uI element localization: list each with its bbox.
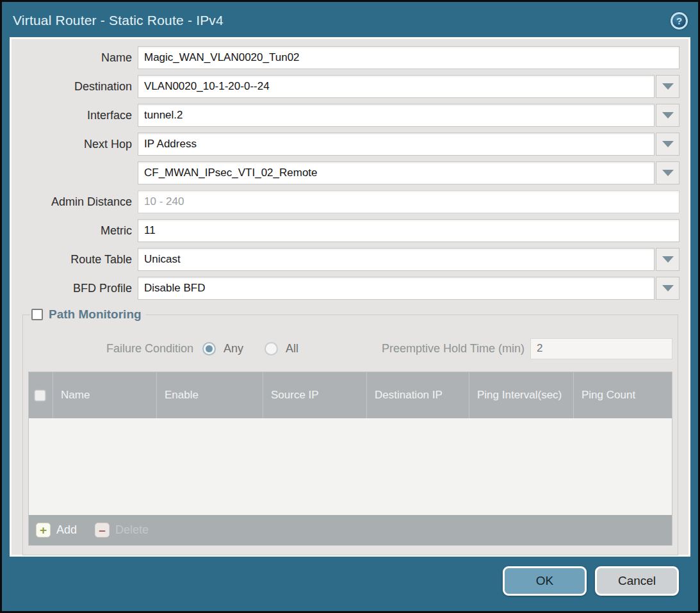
path-monitoring-checkbox[interactable] — [31, 309, 43, 320]
minus-icon: – — [95, 523, 110, 537]
metric-row: Metric — [12, 219, 688, 242]
table-body-empty — [29, 418, 672, 515]
bfd-profile-row: BFD Profile — [12, 277, 688, 300]
delete-button[interactable]: – Delete — [95, 523, 149, 537]
chevron-down-icon — [662, 83, 674, 90]
chevron-down-icon — [662, 256, 674, 263]
dialog-body: Name Destination Interface — [10, 37, 690, 557]
admin-distance-input[interactable] — [138, 190, 680, 213]
column-header-ping-count: Ping Count — [573, 372, 672, 418]
failure-condition-label: Failure Condition — [106, 342, 193, 356]
path-monitoring-section: Path Monitoring Failure Condition Any Al… — [22, 307, 678, 555]
ok-button[interactable]: OK — [503, 566, 587, 596]
table-toolbar: + Add – Delete — [29, 515, 672, 545]
next-hop-type-dropdown-button[interactable] — [656, 133, 680, 156]
bfd-profile-dropdown-button[interactable] — [656, 277, 680, 300]
preemptive-hold-time-input[interactable] — [530, 338, 672, 359]
plus-icon: + — [36, 523, 51, 537]
path-monitoring-title: Path Monitoring — [49, 307, 142, 322]
route-table-row: Route Table — [12, 248, 688, 271]
bfd-profile-label: BFD Profile — [12, 282, 138, 295]
dialog-titlebar: Virtual Router - Static Route - IPv4 ? — [2, 2, 698, 35]
failure-condition-row: Failure Condition Any All Preemptive Hol… — [28, 336, 672, 361]
dialog-title: Virtual Router - Static Route - IPv4 — [13, 13, 224, 28]
failure-condition-any-radio[interactable]: Any — [202, 342, 243, 356]
virtual-router-static-route-dialog: Virtual Router - Static Route - IPv4 ? N… — [0, 0, 700, 613]
admin-distance-label: Admin Distance — [12, 195, 138, 209]
next-hop-address-input[interactable] — [138, 161, 655, 184]
column-header-destination-ip: Destination IP — [366, 372, 469, 418]
next-hop-row: Next Hop — [12, 133, 688, 156]
route-table-label: Route Table — [12, 253, 138, 266]
select-all-checkbox[interactable] — [35, 390, 45, 401]
dialog-footer: OK Cancel — [2, 557, 698, 611]
add-button[interactable]: + Add — [36, 523, 77, 537]
destination-label: Destination — [12, 80, 138, 94]
name-input[interactable] — [138, 46, 680, 69]
preemptive-hold-time-group: Preemptive Hold Time (min) — [382, 338, 672, 359]
delete-button-label: Delete — [115, 523, 149, 537]
column-header-source-ip: Source IP — [263, 372, 366, 418]
route-table-input[interactable] — [138, 248, 655, 271]
chevron-down-icon — [662, 285, 674, 291]
name-row: Name — [12, 46, 688, 69]
failure-condition-all-radio[interactable]: All — [265, 342, 298, 356]
chevron-down-icon — [662, 170, 674, 176]
column-header-ping-interval: Ping Interval(sec) — [469, 372, 573, 418]
interface-dropdown-button[interactable] — [656, 104, 680, 127]
bfd-profile-input[interactable] — [138, 277, 655, 300]
select-all-header-cell — [29, 372, 53, 418]
interface-input[interactable] — [138, 104, 655, 127]
column-header-enable: Enable — [156, 372, 263, 418]
name-label: Name — [12, 51, 138, 65]
destination-dropdown-button[interactable] — [656, 75, 680, 98]
interface-row: Interface — [12, 104, 688, 127]
static-route-form: Name Destination Interface — [12, 46, 688, 300]
metric-input[interactable] — [138, 219, 680, 242]
destination-row: Destination — [12, 75, 688, 98]
cancel-button[interactable]: Cancel — [595, 566, 679, 596]
chevron-down-icon — [662, 112, 674, 119]
next-hop-address-dropdown-button[interactable] — [656, 161, 680, 184]
interface-label: Interface — [12, 109, 138, 122]
preemptive-hold-time-label: Preemptive Hold Time (min) — [382, 342, 525, 356]
radio-all-label: All — [286, 342, 298, 356]
help-icon[interactable]: ? — [671, 12, 688, 29]
column-header-name: Name — [53, 372, 156, 418]
metric-label: Metric — [12, 224, 138, 238]
admin-distance-row: Admin Distance — [12, 190, 688, 213]
destination-input[interactable] — [138, 75, 655, 98]
next-hop-address-row — [12, 161, 688, 184]
table-header: Name Enable Source IP Destination IP Pin… — [29, 372, 672, 418]
chevron-down-icon — [662, 141, 674, 147]
next-hop-label: Next Hop — [12, 138, 138, 151]
route-table-dropdown-button[interactable] — [656, 248, 680, 271]
path-monitoring-table: Name Enable Source IP Destination IP Pin… — [28, 372, 672, 546]
radio-unselected-icon — [265, 342, 278, 356]
next-hop-type-input[interactable] — [138, 133, 655, 156]
add-button-label: Add — [56, 523, 77, 537]
radio-selected-icon — [202, 342, 216, 356]
radio-any-label: Any — [224, 342, 243, 356]
